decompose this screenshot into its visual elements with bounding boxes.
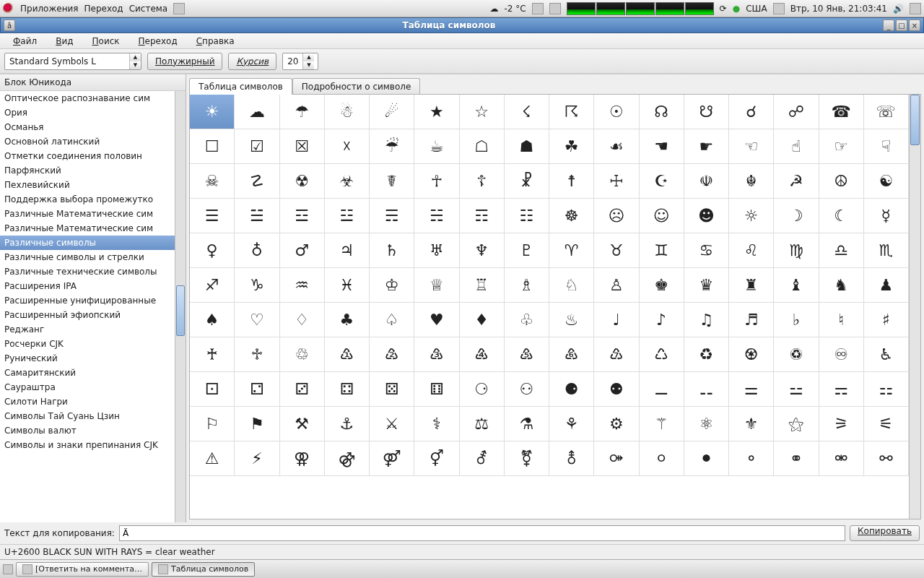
applet-icon[interactable] <box>532 3 544 14</box>
character-cell[interactable]: ☷ <box>505 199 549 233</box>
chevron-up-icon[interactable]: ▲ <box>303 53 314 61</box>
sidebar-item[interactable]: Росчерки CJK <box>0 337 186 351</box>
character-cell[interactable]: ⚦ <box>460 441 505 476</box>
panel-menu-places[interactable]: Переход <box>84 4 123 14</box>
character-cell[interactable]: ♼ <box>729 337 774 372</box>
update-icon[interactable]: ⟳ <box>720 4 727 14</box>
character-cell[interactable]: ⚭ <box>774 441 819 476</box>
character-cell[interactable]: ♄ <box>370 233 414 268</box>
character-cell[interactable]: ⚋ <box>684 372 729 407</box>
character-cell[interactable]: ♃ <box>325 233 370 268</box>
character-cell[interactable]: ⚤ <box>370 441 414 476</box>
character-cell[interactable]: ♠ <box>190 303 235 337</box>
character-cell[interactable]: ⚚ <box>640 407 684 441</box>
tab-character-table[interactable]: Таблица символов <box>189 78 292 95</box>
system-monitor-applet[interactable] <box>567 2 714 15</box>
character-cell[interactable]: ⚩ <box>594 441 639 476</box>
character-cell[interactable]: ⚢ <box>280 441 325 476</box>
character-cell[interactable]: ♚ <box>640 268 684 303</box>
character-cell[interactable]: ☏ <box>864 95 909 129</box>
character-cell[interactable]: ♘ <box>549 268 594 303</box>
character-cell[interactable]: ⚑ <box>235 407 279 441</box>
grid-scrollbar[interactable] <box>909 95 920 519</box>
character-cell[interactable]: ⚪ <box>640 441 684 476</box>
character-cell[interactable]: ☦ <box>460 164 505 199</box>
character-cell[interactable]: ☐ <box>190 129 235 164</box>
character-cell[interactable]: ⚣ <box>325 441 370 476</box>
size-spinbox[interactable]: 20 ▲▼ <box>282 53 318 70</box>
character-cell[interactable]: ♇ <box>505 233 549 268</box>
character-cell[interactable]: ☆ <box>460 95 505 129</box>
menu-view[interactable]: Вид <box>47 35 82 48</box>
character-cell[interactable]: ⚌ <box>729 372 774 407</box>
character-cell[interactable]: ☚ <box>640 129 684 164</box>
sidebar-item[interactable]: Ория <box>0 105 186 120</box>
character-cell[interactable]: ⚁ <box>235 372 279 407</box>
character-cell[interactable]: ☿ <box>864 199 909 233</box>
chevron-down-icon[interactable]: ▼ <box>303 61 314 69</box>
character-cell[interactable]: ⚜ <box>729 407 774 441</box>
character-cell[interactable]: ⚛ <box>684 407 729 441</box>
character-cell[interactable]: ♐ <box>190 268 235 303</box>
character-cell[interactable]: ☊ <box>640 95 684 129</box>
menu-help[interactable]: Справка <box>188 35 243 48</box>
character-cell[interactable]: ☙ <box>594 129 639 164</box>
character-cell[interactable]: ⚖ <box>460 407 505 441</box>
character-cell[interactable]: ⚨ <box>549 441 594 476</box>
character-cell[interactable]: ♱ <box>235 337 279 372</box>
character-cell[interactable]: ☸ <box>549 199 594 233</box>
show-desktop-icon[interactable] <box>3 564 13 574</box>
character-cell[interactable]: ☋ <box>684 95 729 129</box>
character-cell[interactable]: ♨ <box>549 303 594 337</box>
character-cell[interactable]: ⚒ <box>280 407 325 441</box>
character-cell[interactable]: ⚃ <box>325 372 370 407</box>
character-cell[interactable]: ☳ <box>325 199 370 233</box>
character-cell[interactable]: ☄ <box>370 95 414 129</box>
character-cell[interactable]: ⚡ <box>235 441 279 476</box>
copy-button[interactable]: Копировать <box>850 525 920 541</box>
character-cell[interactable]: ♰ <box>190 337 235 372</box>
character-cell[interactable]: ☞ <box>819 129 864 164</box>
tray-icon-2[interactable] <box>910 3 921 14</box>
character-cell[interactable]: ☾ <box>819 199 864 233</box>
character-cell[interactable]: ⚅ <box>414 372 459 407</box>
character-cell[interactable]: ♓ <box>325 268 370 303</box>
character-cell[interactable]: ⚥ <box>414 441 459 476</box>
sidebar-item[interactable]: Различные технические символы <box>0 264 186 279</box>
character-cell[interactable]: ♌ <box>729 233 774 268</box>
character-cell[interactable]: ♍ <box>774 233 819 268</box>
character-cell[interactable]: ♞ <box>819 268 864 303</box>
character-cell[interactable]: ♽ <box>774 337 819 372</box>
character-cell[interactable]: ⚔ <box>370 407 414 441</box>
character-cell[interactable]: ☎ <box>819 95 864 129</box>
character-cell[interactable]: ⚆ <box>460 372 505 407</box>
sidebar-item[interactable]: Расширенный эфиопский <box>0 308 186 322</box>
character-cell[interactable]: ☶ <box>460 199 505 233</box>
character-cell[interactable]: ♛ <box>684 268 729 303</box>
character-cell[interactable]: ☡ <box>235 164 279 199</box>
sidebar-item[interactable]: Расширенные унифицированные <box>0 293 186 308</box>
character-cell[interactable]: ♀ <box>190 233 235 268</box>
character-cell[interactable]: ♪ <box>640 303 684 337</box>
character-cell[interactable]: ⚞ <box>819 407 864 441</box>
character-cell[interactable]: ☖ <box>460 129 505 164</box>
character-cell[interactable]: ♥ <box>414 303 459 337</box>
character-cell[interactable]: ☮ <box>819 164 864 199</box>
character-cell[interactable]: ♧ <box>505 303 549 337</box>
character-cell[interactable]: ♶ <box>460 337 505 372</box>
minimize-button[interactable]: _ <box>883 20 894 31</box>
character-cell[interactable]: ♒ <box>280 268 325 303</box>
character-cell[interactable]: ♲ <box>280 337 325 372</box>
character-cell[interactable]: ♸ <box>549 337 594 372</box>
character-cell[interactable]: ♉ <box>594 233 639 268</box>
character-cell[interactable]: ♊ <box>640 233 684 268</box>
panel-menu-system[interactable]: Система <box>129 4 168 14</box>
tray-icon[interactable] <box>773 3 785 14</box>
character-cell[interactable]: ♭ <box>774 303 819 337</box>
character-cell[interactable]: ⚫ <box>684 441 729 476</box>
character-cell[interactable]: ☫ <box>684 164 729 199</box>
character-cell[interactable]: ⚂ <box>280 372 325 407</box>
close-button[interactable]: × <box>909 20 920 31</box>
character-cell[interactable]: ☈ <box>549 95 594 129</box>
sidebar-item[interactable]: Оптическое распознавание сим <box>0 91 186 105</box>
